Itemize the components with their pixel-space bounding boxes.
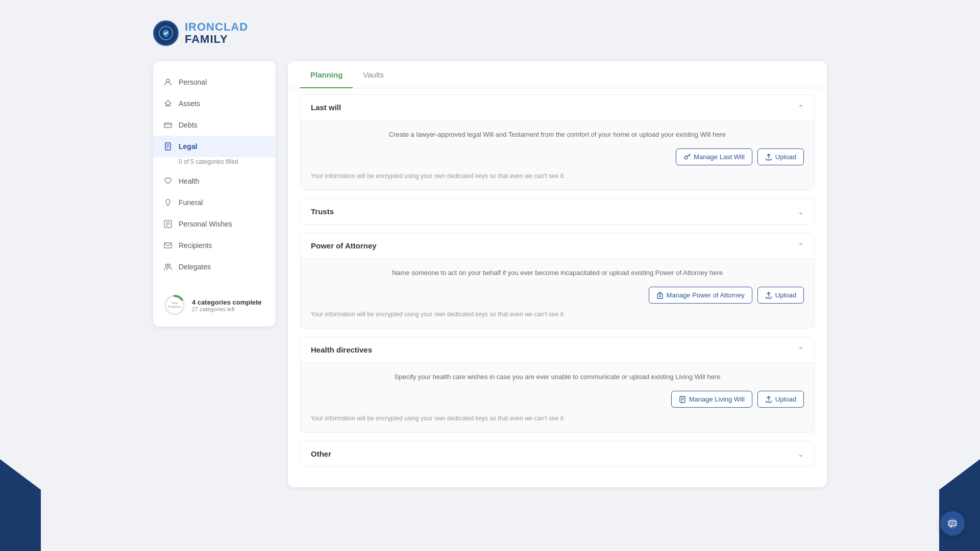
logo-ironclad: IRONCLAD [185,21,248,33]
main-content: Planning Vaults Last will ⌃ [288,61,827,487]
svg-point-13 [165,264,168,267]
living-will-icon [679,396,686,403]
upload-poa-button[interactable]: Upload [757,287,804,304]
nav-item-debts[interactable]: Debts [153,114,276,136]
chevron-up-icon-health: ⌃ [798,346,804,354]
section-actions-health: Manage Living Will Upload [311,391,804,408]
nav-item-personal[interactable]: Personal [153,71,276,93]
section-body-poa: Name someone to act on your behalf if yo… [301,258,814,328]
progress-section: Total Progress 4 categories complete 27 … [163,294,265,316]
progress-circle: Total Progress [163,294,186,316]
tab-vaults[interactable]: Vaults [353,61,394,88]
upload-icon [765,154,772,161]
section-power-of-attorney: Power of Attorney ⌃ Name someone to act … [300,233,815,329]
nav-item-personal-wishes[interactable]: Personal Wishes [153,213,276,235]
chevron-up-icon: ⌃ [798,104,804,112]
svg-rect-20 [657,294,663,298]
tabs-bar: Planning Vaults [288,61,827,88]
chevron-down-icon-other: ⌄ [798,450,804,458]
manage-living-will-button[interactable]: Manage Living Will [671,391,752,408]
section-title-other: Other [311,449,331,458]
upload-last-will-button[interactable]: Upload [757,148,804,165]
manage-poa-button[interactable]: Manage Power of Attorney [649,287,752,304]
section-body-last-will: Create a lawyer-approved legal Will and … [301,120,814,190]
manage-last-will-button[interactable]: Manage Last Will [676,148,752,165]
nav-label-debts: Debts [179,121,198,129]
sections-wrapper: Last will ⌃ Create a lawyer-approved leg… [288,88,827,487]
section-title-health: Health directives [311,345,372,354]
section-header-health[interactable]: Health directives ⌃ [301,337,814,362]
svg-point-29 [953,523,954,524]
deco-left [0,398,41,551]
upload-health-button[interactable]: Upload [757,391,804,408]
upload-icon-poa [765,292,772,299]
section-health-directives: Health directives ⌃ Specify your health … [300,337,815,433]
wishes-icon [163,219,173,229]
section-trusts: Trusts ⌄ [300,198,815,224]
encrypt-note-health: Your information will be encrypted using… [311,415,804,422]
section-header-poa[interactable]: Power of Attorney ⌃ [301,233,814,258]
section-header-other[interactable]: Other ⌄ [301,441,814,466]
svg-rect-2 [164,123,172,128]
section-title-trusts: Trusts [311,207,334,216]
upload-icon-health [765,396,772,403]
document-icon [163,142,173,151]
section-title-poa: Power of Attorney [311,241,377,250]
person-icon [163,78,173,87]
section-title-last-will: Last will [311,103,341,112]
progress-text: 4 categories complete 27 categories left [192,298,262,312]
nav-item-legal[interactable]: Legal [153,136,276,157]
svg-line-19 [689,155,690,156]
tab-planning[interactable]: Planning [300,61,353,88]
logo: IRONCLAD FAMILY [153,20,248,46]
nav-label-assets: Assets [179,99,200,108]
content-layout: Personal Assets Debts [153,61,827,487]
nav-label-recipients: Recipients [179,241,212,249]
nav-label-funeral: Funeral [179,198,203,207]
nav-label-delegates: Delegates [179,263,211,271]
sidebar: Personal Assets Debts [153,61,276,327]
section-header-trusts[interactable]: Trusts ⌄ [301,199,814,224]
chevron-up-icon-poa: ⌃ [798,242,804,250]
nav-item-health[interactable]: Health [153,170,276,192]
chat-icon [947,518,958,529]
section-desc-health: Specify your health care wishes in case … [311,371,804,383]
nav-item-funeral[interactable]: Funeral [153,192,276,213]
nav-label-personal-wishes: Personal Wishes [179,220,232,228]
chat-button[interactable] [940,511,965,536]
svg-point-28 [952,523,953,524]
chevron-down-icon: ⌄ [798,208,804,216]
building-icon [656,292,664,299]
nav-label-legal: Legal [179,142,198,151]
svg-point-14 [168,264,170,267]
key-icon [683,154,691,161]
section-other: Other ⌄ [300,441,815,467]
progress-remaining: 27 categories left [192,306,262,312]
nav-label-health: Health [179,177,199,185]
home-icon [163,99,173,108]
encrypt-note-poa: Your information will be encrypted using… [311,311,804,318]
delegates-icon [163,262,173,271]
nav-label-personal: Personal [179,78,207,86]
logo-icon [153,20,179,46]
progress-complete: 4 categories complete [192,298,262,306]
section-actions-last-will: Manage Last Will Upload [311,148,804,165]
nav-item-recipients[interactable]: Recipients [153,235,276,256]
section-desc-last-will: Create a lawyer-approved legal Will and … [311,129,804,140]
section-header-last-will[interactable]: Last will ⌃ [301,95,814,120]
logo-family: FAMILY [185,33,248,45]
section-last-will: Last will ⌃ Create a lawyer-approved leg… [300,94,815,190]
svg-point-21 [659,295,660,296]
nav-legal-sub: 0 of 5 categories filled [153,157,276,170]
svg-point-1 [166,79,169,82]
nav-item-delegates[interactable]: Delegates [153,256,276,278]
nav-item-assets[interactable]: Assets [153,93,276,114]
section-body-health: Specify your health care wishes in case … [301,362,814,432]
svg-point-27 [950,523,951,524]
heart-icon [163,177,173,186]
funeral-icon [163,198,173,207]
recipients-icon [163,241,173,250]
svg-rect-12 [164,243,172,248]
encrypt-note-last-will: Your information will be encrypted using… [311,172,804,180]
header: IRONCLAD FAMILY [153,10,827,61]
